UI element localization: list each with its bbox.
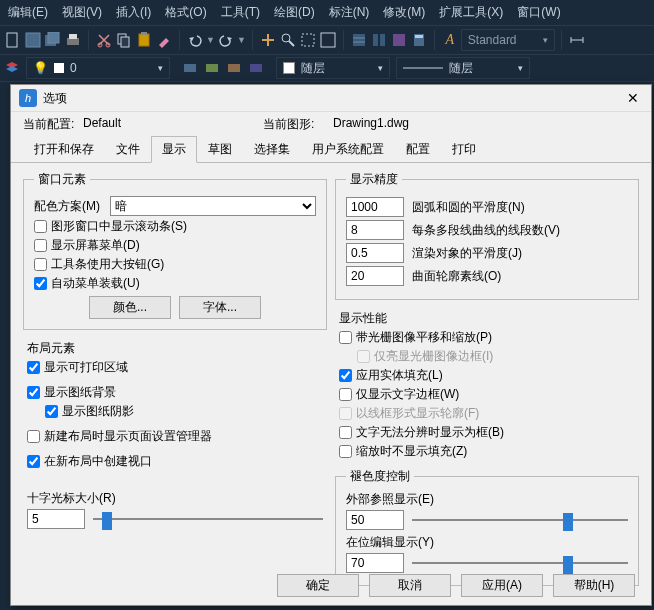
layer-prev-icon[interactable] <box>182 60 198 76</box>
cut-icon[interactable] <box>95 31 113 49</box>
menu-modify[interactable]: 修改(M) <box>383 4 425 21</box>
chk-panzoom[interactable] <box>339 331 352 344</box>
layer-combo[interactable]: 💡 0 ▾ <box>26 57 170 79</box>
pan-icon[interactable] <box>259 31 277 49</box>
saveall-icon[interactable] <box>44 31 62 49</box>
btn-apply[interactable]: 应用(A) <box>461 574 543 597</box>
menu-dimension[interactable]: 标注(N) <box>329 4 370 21</box>
chk-scrollbar[interactable] <box>34 220 47 233</box>
layer-color-swatch <box>54 63 64 73</box>
svg-rect-5 <box>69 34 77 39</box>
zoom-icon[interactable] <box>279 31 297 49</box>
menu-tools[interactable]: 工具(T) <box>221 4 260 21</box>
btn-color[interactable]: 颜色... <box>89 296 171 319</box>
svg-rect-9 <box>121 37 129 47</box>
chk-highlight <box>357 350 370 363</box>
layer-freeze-icon[interactable] <box>248 60 264 76</box>
layer-name: 0 <box>70 61 77 75</box>
xref-fade-slider[interactable] <box>412 511 628 529</box>
btn-ok[interactable]: 确定 <box>277 574 359 597</box>
redo-icon[interactable] <box>217 31 235 49</box>
menu-insert[interactable]: 插入(I) <box>116 4 151 21</box>
save-icon[interactable] <box>24 31 42 49</box>
crosshair-slider[interactable] <box>93 510 323 528</box>
color-combo[interactable]: 随层 ▾ <box>276 57 390 79</box>
svg-rect-19 <box>373 34 378 46</box>
undo-icon[interactable] <box>186 31 204 49</box>
current-profile-label: 当前配置: <box>23 116 83 133</box>
menu-format[interactable]: 格式(O) <box>165 4 206 21</box>
xref-fade-value[interactable] <box>346 510 404 530</box>
chk-screenmenu[interactable] <box>34 239 47 252</box>
close-button[interactable]: ✕ <box>623 88 643 108</box>
paste-icon[interactable] <box>135 31 153 49</box>
surface-lines-value[interactable] <box>346 266 404 286</box>
menu-edit[interactable]: 编辑(E) <box>8 4 48 21</box>
inplace-fade-value[interactable] <box>346 553 404 573</box>
textstyle-combo[interactable]: Standard▾ <box>461 29 555 51</box>
tab-selection[interactable]: 选择集 <box>243 136 301 163</box>
chk-printable[interactable] <box>27 361 40 374</box>
menu-view[interactable]: 视图(V) <box>62 4 102 21</box>
crosshair-value[interactable] <box>27 509 85 529</box>
btn-cancel[interactable]: 取消 <box>369 574 451 597</box>
chk-autoload[interactable] <box>34 277 47 290</box>
chk-papershadow[interactable] <box>45 405 58 418</box>
tab-files[interactable]: 文件 <box>105 136 151 163</box>
new-icon[interactable] <box>4 31 22 49</box>
tab-userprefs[interactable]: 用户系统配置 <box>301 136 395 163</box>
color-scheme-select[interactable]: 暗 <box>110 196 316 216</box>
layer-manager-icon[interactable] <box>4 60 20 76</box>
svg-rect-1 <box>26 33 40 47</box>
properties-icon[interactable] <box>350 31 368 49</box>
zoom-extents-icon[interactable] <box>319 31 337 49</box>
chk-wireframe <box>339 407 352 420</box>
group-display-perf: 显示性能 带光栅图像平移和缩放(P) 仅亮显光栅图像边框(I) 应用实体填充(L… <box>335 306 639 462</box>
tab-display[interactable]: 显示 <box>151 136 197 163</box>
btn-help[interactable]: 帮助(H) <box>553 574 635 597</box>
copy-icon[interactable] <box>115 31 133 49</box>
menu-draw[interactable]: 绘图(D) <box>274 4 315 21</box>
tab-print[interactable]: 打印 <box>441 136 487 163</box>
chk-zoomfill[interactable] <box>339 445 352 458</box>
tab-drafting[interactable]: 草图 <box>197 136 243 163</box>
polyline-seg-value[interactable] <box>346 220 404 240</box>
render-smooth-value[interactable] <box>346 243 404 263</box>
arc-smooth-value[interactable] <box>346 197 404 217</box>
chk-bigbuttons[interactable] <box>34 258 47 271</box>
lightbulb-icon: 💡 <box>33 61 48 75</box>
menu-extensions[interactable]: 扩展工具(X) <box>439 4 503 21</box>
svg-rect-0 <box>7 33 17 47</box>
tool-palette-icon[interactable] <box>390 31 408 49</box>
menu-window[interactable]: 窗口(W) <box>517 4 560 21</box>
svg-rect-29 <box>228 64 240 72</box>
inplace-fade-slider[interactable] <box>412 554 628 572</box>
tab-profiles[interactable]: 配置 <box>395 136 441 163</box>
app-icon: h <box>19 89 37 107</box>
layer-off-icon[interactable] <box>226 60 242 76</box>
designcenter-icon[interactable] <box>370 31 388 49</box>
chk-viewport[interactable] <box>27 455 40 468</box>
dimstyle-icon[interactable] <box>568 31 586 49</box>
menubar: 编辑(E) 视图(V) 插入(I) 格式(O) 工具(T) 绘图(D) 标注(N… <box>0 0 654 26</box>
group-display-precision: 显示精度 圆弧和圆的平滑度(N) 每条多段线曲线的线段数(V) 渲染对象的平滑度… <box>335 171 639 300</box>
chk-textframe[interactable] <box>339 388 352 401</box>
layer-iso-icon[interactable] <box>204 60 220 76</box>
matchprop-icon[interactable] <box>155 31 173 49</box>
svg-rect-16 <box>353 34 365 46</box>
btn-font[interactable]: 字体... <box>179 296 261 319</box>
chk-solidfill[interactable] <box>339 369 352 382</box>
linetype-combo[interactable]: 随层 ▾ <box>396 57 530 79</box>
zoom-window-icon[interactable] <box>299 31 317 49</box>
chk-truecolor[interactable] <box>339 426 352 439</box>
print-icon[interactable] <box>64 31 82 49</box>
chk-paperbg[interactable] <box>27 386 40 399</box>
chk-pagesetup[interactable] <box>27 430 40 443</box>
svg-rect-4 <box>67 38 79 45</box>
textstyle-icon[interactable]: A <box>441 31 459 49</box>
calc-icon[interactable] <box>410 31 428 49</box>
group-window-elements: 窗口元素 配色方案(M) 暗 图形窗口中显示滚动条(S) 显示屏幕菜单(D) 工… <box>23 171 327 330</box>
dialog-footer: 确定 取消 应用(A) 帮助(H) <box>277 574 635 597</box>
tab-opensave[interactable]: 打开和保存 <box>23 136 105 163</box>
svg-rect-21 <box>393 34 405 46</box>
